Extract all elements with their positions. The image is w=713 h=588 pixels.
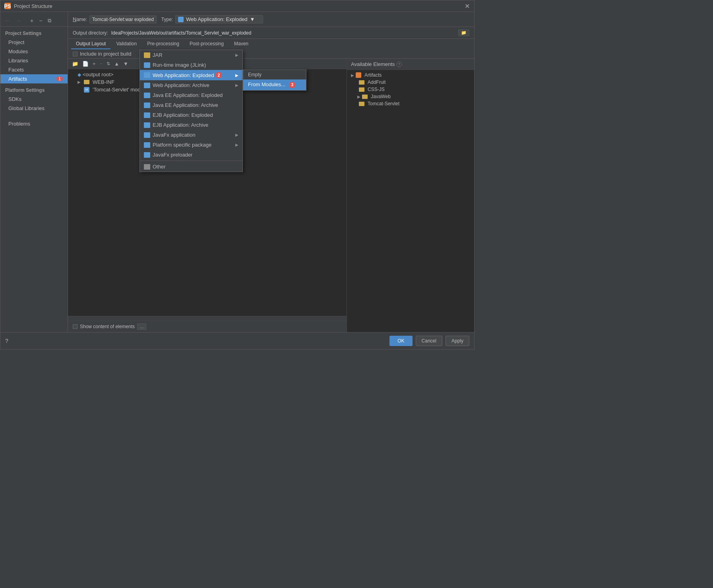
project-settings-section: Project Settings: [0, 28, 68, 38]
type-dropdown-arrow: ▼: [250, 16, 255, 22]
sidebar-item-sdks[interactable]: SDKs: [0, 95, 68, 104]
sidebar-item-problems[interactable]: Problems: [0, 119, 68, 128]
cancel-button[interactable]: Cancel: [416, 336, 442, 346]
sidebar: ← → + − ⧉ Project Settings Project Modul…: [0, 12, 68, 332]
menu-item-javafx-preloader[interactable]: JavaFx preloader: [140, 150, 242, 160]
menu-item-ejb-exploded[interactable]: EJB Application: Exploded: [140, 110, 242, 120]
available-panel: Available Elements ? ▶ Artifacts: [347, 59, 474, 332]
name-input[interactable]: Tomcat-Servlet:war exploded: [89, 15, 157, 23]
type-select[interactable]: Web Application: Exploded ▼: [175, 15, 263, 23]
avail-item-artifacts[interactable]: ▶ Artifacts: [349, 72, 473, 79]
include-in-build-label: Include in project build: [80, 51, 131, 57]
menu-item-platform-package[interactable]: Platform specific package ▶: [140, 140, 242, 150]
menu-item-jar[interactable]: JAR ▶: [140, 50, 242, 60]
sidebar-item-libraries[interactable]: Libraries: [0, 56, 68, 65]
include-in-build-checkbox[interactable]: [73, 52, 78, 56]
avail-item-add-fruit[interactable]: AddFruit: [349, 79, 473, 86]
menu-separator: [140, 161, 242, 161]
menu-item-other-label: Other: [153, 164, 166, 170]
menu-item-web-app-archive[interactable]: Web Application: Archive ▶: [140, 80, 242, 90]
from-modules-badge: 3: [289, 82, 295, 88]
avail-artifacts-label: Artifacts: [364, 72, 382, 78]
menu-item-javafx-app[interactable]: JavaFx application ▶: [140, 130, 242, 140]
back-button[interactable]: ←: [3, 17, 12, 24]
type-value: Web Application: Exploded: [186, 16, 247, 22]
include-in-build-row: Include in project build: [68, 49, 474, 58]
avail-item-java-web[interactable]: ▶ JavaWeb: [349, 93, 473, 100]
ejb-archive-icon: [144, 122, 150, 128]
avail-arrow-java-web: ▶: [357, 95, 360, 99]
content-area: 📁 📄 + − ⇅ ▲ ▼ ◆ <output root>: [68, 59, 474, 332]
submenu-item-empty[interactable]: Empty: [243, 70, 306, 79]
browse-button[interactable]: 📁: [458, 29, 469, 36]
apply-button[interactable]: Apply: [446, 336, 469, 346]
menu-item-other[interactable]: Other: [140, 162, 242, 172]
java-ee-archive-icon: [144, 103, 150, 108]
menu-item-runtime-image[interactable]: Run-time image (JLink): [140, 60, 242, 70]
copy-button[interactable]: ⧉: [46, 17, 53, 25]
output-dir-path: IdeaProjects/JavaWeb/out/artifacts/Tomca…: [111, 30, 455, 36]
avail-java-web-label: JavaWeb: [371, 94, 391, 99]
remove-button[interactable]: −: [37, 17, 44, 25]
struct-add-btn[interactable]: +: [91, 60, 97, 68]
tab-validation[interactable]: Validation: [111, 39, 141, 49]
menu-item-ejb-exploded-label: EJB Application: Exploded: [153, 112, 213, 118]
sidebar-item-artifacts[interactable]: Artifacts 1: [0, 74, 68, 83]
move-down-btn[interactable]: ▼: [122, 60, 130, 68]
avail-item-tomcat-servlet[interactable]: Tomcat-Servlet: [349, 100, 473, 107]
ejb-exploded-icon: [144, 112, 150, 118]
forward-button[interactable]: →: [14, 17, 23, 24]
name-label: Name:: [73, 16, 87, 22]
tab-maven[interactable]: Maven: [229, 39, 253, 49]
java-ee-exploded-icon: [144, 93, 150, 98]
tab-pre-processing[interactable]: Pre-processing: [142, 39, 184, 49]
web-inf-folder-icon: [84, 80, 89, 84]
help-button[interactable]: ?: [5, 338, 8, 344]
sidebar-item-facets[interactable]: Facets: [0, 65, 68, 74]
artifact-header: Name: Tomcat-Servlet:war exploded Type: …: [68, 12, 474, 27]
output-dir-row: Output directory: IdeaProjects/JavaWeb/o…: [68, 27, 474, 39]
tomcat-module-icon: M: [84, 87, 89, 93]
ellipsis-button[interactable]: ...: [137, 323, 146, 330]
scrollbar-area[interactable]: [68, 316, 347, 321]
app-icon: PS: [4, 3, 11, 9]
show-content-label: Show content of elements: [80, 324, 135, 329]
new-folder-btn[interactable]: 📁: [70, 60, 80, 68]
menu-item-ejb-archive-label: EJB Application: Archive: [153, 122, 208, 128]
javafx-app-icon: [144, 132, 150, 138]
type-label: Type:: [161, 17, 173, 22]
avail-item-css-js[interactable]: CSS-JS: [349, 86, 473, 93]
show-content-checkbox[interactable]: [73, 324, 78, 329]
menu-item-java-ee-archive[interactable]: Java EE Application: Archive: [140, 100, 242, 110]
sidebar-item-modules[interactable]: Modules: [0, 47, 68, 56]
window-title: Project Structure: [14, 3, 52, 9]
menu-item-java-ee-exploded[interactable]: Java EE Application: Exploded: [140, 90, 242, 100]
platform-package-icon: [144, 142, 150, 148]
menu-item-java-ee-exploded-label: Java EE Application: Exploded: [153, 92, 223, 98]
sidebar-item-global-libraries[interactable]: Global Libraries: [0, 104, 68, 113]
new-file-btn[interactable]: 📄: [81, 60, 90, 68]
available-help-icon: ?: [396, 62, 402, 67]
web-inf-label: WEB-INF: [93, 79, 114, 85]
struct-remove-btn[interactable]: −: [98, 60, 105, 68]
add-button[interactable]: +: [28, 17, 35, 25]
menu-item-jar-label: JAR: [153, 52, 163, 58]
tab-output-layout[interactable]: Output Layout: [71, 39, 110, 49]
submenu-item-from-modules[interactable]: From Modules... 3: [243, 79, 306, 90]
title-bar: PS Project Structure ✕: [0, 0, 474, 12]
close-button[interactable]: ✕: [465, 3, 470, 9]
ok-button[interactable]: OK: [389, 336, 412, 346]
menu-item-web-archive-label: Web Application: Archive: [153, 82, 209, 88]
bottom-actions: OK Cancel Apply: [389, 336, 469, 346]
output-dir-label: Output directory:: [73, 30, 108, 36]
menu-item-ejb-archive[interactable]: EJB Application: Archive: [140, 120, 242, 130]
name-field-group: Name: Tomcat-Servlet:war exploded: [73, 15, 157, 23]
from-modules-label: From Modules...: [248, 81, 285, 87]
sort-btn[interactable]: ⇅: [105, 60, 112, 67]
move-up-btn[interactable]: ▲: [112, 60, 121, 68]
avail-add-fruit-label: AddFruit: [368, 79, 386, 85]
sidebar-item-project[interactable]: Project: [0, 38, 68, 47]
menu-item-web-app-exploded[interactable]: Web Application: Exploded 2 ▶: [140, 70, 242, 80]
web-exploded-submenu: Empty From Modules... 3: [243, 70, 306, 91]
tab-post-processing[interactable]: Post-processing: [185, 39, 229, 49]
